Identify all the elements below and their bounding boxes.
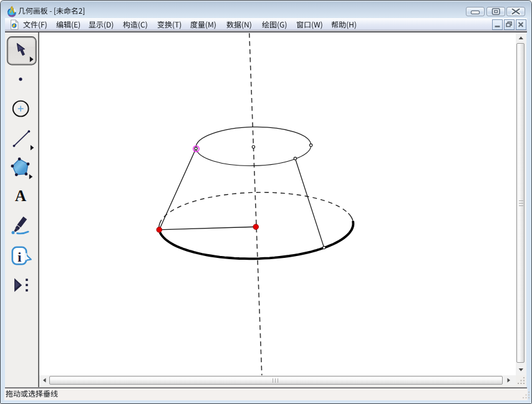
svg-text:i: i xyxy=(17,249,21,265)
svg-text:A: A xyxy=(15,187,26,204)
